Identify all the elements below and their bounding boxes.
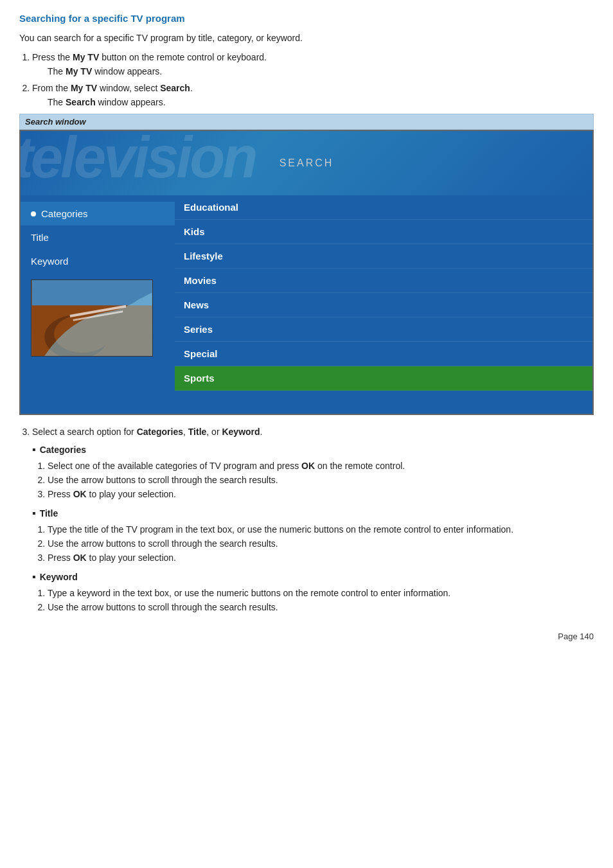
keyword-sub1: Type a keyword in the text box, or use t… xyxy=(48,588,594,598)
tv-header: television SEARCH xyxy=(21,131,592,195)
tv-right-panel: Educational Kids Lifestyle Movies News S… xyxy=(175,195,592,414)
step1-note-bold: My TV xyxy=(66,66,92,76)
instructions: Select a search option for Categories, T… xyxy=(19,427,594,612)
step2-bold1: My TV xyxy=(71,83,97,93)
tv-thumbnail xyxy=(31,279,153,357)
nav-title[interactable]: Title xyxy=(21,226,175,249)
bullet-keyword-header: Keyword xyxy=(32,572,594,583)
ok-bold-1: OK xyxy=(301,461,315,471)
step2-note: The Search window appears. xyxy=(48,97,594,107)
nav-keyword-label: Keyword xyxy=(31,256,68,267)
categories-sub2: Use the arrow buttons to scroll through … xyxy=(48,475,594,485)
nav-keyword[interactable]: Keyword xyxy=(21,249,175,273)
category-special[interactable]: Special xyxy=(175,342,592,366)
step2-bold2: Search xyxy=(160,83,190,93)
tv-body: Categories Title Keyword xyxy=(21,195,592,414)
step3-bold-title: Title xyxy=(188,427,207,437)
page-number: Page 140 xyxy=(19,632,594,641)
categories-sub3: Press OK to play your selection. xyxy=(48,489,594,499)
nav-title-label: Title xyxy=(31,232,49,243)
step3-bold-keyword: Keyword xyxy=(222,427,260,437)
title-sub3: Press OK to play your selection. xyxy=(48,553,594,563)
intro-text: You can search for a specific TV program… xyxy=(19,33,594,43)
step-2: From the My TV window, select Search. Th… xyxy=(32,83,594,107)
category-lifestyle[interactable]: Lifestyle xyxy=(175,244,592,269)
title-sub2: Use the arrow buttons to scroll through … xyxy=(48,538,594,549)
nav-categories[interactable]: Categories xyxy=(21,202,175,226)
category-series[interactable]: Series xyxy=(175,317,592,342)
step1-note: The My TV window appears. xyxy=(48,66,594,76)
category-sports[interactable]: Sports xyxy=(175,366,592,391)
step3-list: Select a search option for Categories, T… xyxy=(32,427,594,437)
categories-sub1: Select one of the available categories o… xyxy=(48,461,594,471)
ok-bold-3: OK xyxy=(73,553,87,563)
bullet-keyword: Keyword Type a keyword in the text box, … xyxy=(32,572,594,612)
bullet-title: Title Type the title of the TV program i… xyxy=(32,508,594,563)
keyword-substeps: Type a keyword in the text box, or use t… xyxy=(48,588,594,612)
category-news[interactable]: News xyxy=(175,293,592,317)
step-1: Press the My TV button on the remote con… xyxy=(32,52,594,76)
title-substeps: Type the title of the TV program in the … xyxy=(48,524,594,563)
title-sub1: Type the title of the TV program in the … xyxy=(48,524,594,535)
keyword-sub2: Use the arrow buttons to scroll through … xyxy=(48,602,594,612)
bullet-categories-header: Categories xyxy=(32,445,594,456)
step2-note-bold: Search xyxy=(66,97,96,107)
tv-bg-text: television xyxy=(21,131,255,191)
tv-search-label: SEARCH xyxy=(280,157,334,169)
bullet-title-header: Title xyxy=(32,508,594,519)
thumbnail-image xyxy=(31,280,152,356)
nav-dot xyxy=(31,211,36,217)
step-3: Select a search option for Categories, T… xyxy=(32,427,594,437)
page-title: Searching for a specific TV program xyxy=(19,13,594,24)
ok-bold-2: OK xyxy=(73,489,87,499)
category-kids[interactable]: Kids xyxy=(175,220,592,244)
categories-substeps: Select one of the available categories o… xyxy=(48,461,594,499)
category-educational[interactable]: Educational xyxy=(175,195,592,220)
tv-window: television SEARCH Categories Title Keywo… xyxy=(19,130,594,415)
main-steps: Press the My TV button on the remote con… xyxy=(32,52,594,107)
nav-categories-label: Categories xyxy=(41,208,88,219)
bullet-categories: Categories Select one of the available c… xyxy=(32,445,594,499)
step3-bold-categories: Categories xyxy=(137,427,183,437)
tv-left-panel: Categories Title Keyword xyxy=(21,195,175,414)
step1-bold1: My TV xyxy=(73,52,99,62)
category-movies[interactable]: Movies xyxy=(175,269,592,293)
caption-box: Search window xyxy=(19,114,594,130)
